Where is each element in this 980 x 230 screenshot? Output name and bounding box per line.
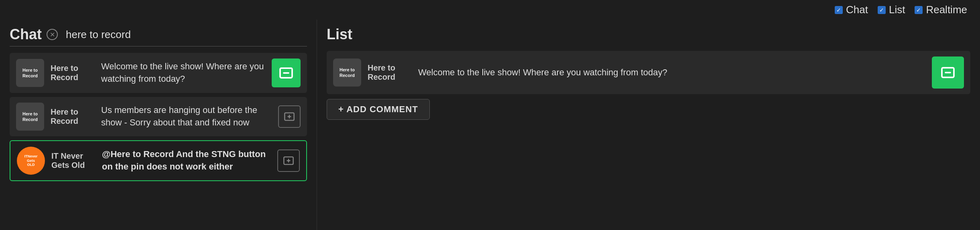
avatar-1: Here toRecord	[16, 59, 44, 87]
chat-message-3: ITNeverGetsOLD IT Never Gets Old @Here t…	[10, 140, 307, 181]
author-3: IT Never Gets Old	[51, 151, 96, 170]
message-text-2: Us members are hanging out before the sh…	[101, 104, 272, 129]
message-outline-btn-2[interactable]	[278, 105, 301, 128]
chat-panel: Chat ✕ Here toRecord Here to Record Welc…	[0, 20, 317, 230]
list-author-1: Here to Record	[368, 63, 412, 82]
chat-close-button[interactable]: ✕	[47, 29, 58, 40]
realtime-label: Realtime	[926, 4, 967, 16]
chat-checkbox[interactable]: ✓	[835, 6, 843, 14]
message-action-btn-1[interactable]	[272, 59, 301, 87]
list-panel: List Here toRecord Here to Record Welcom…	[317, 20, 980, 230]
list-action-btn-1[interactable]	[932, 56, 964, 89]
list-avatar-1: Here toRecord	[333, 59, 361, 87]
chat-header: Chat ✕	[10, 26, 307, 46]
top-bar-list[interactable]: ✓ List	[878, 4, 905, 16]
chat-label: Chat	[846, 4, 868, 16]
realtime-checkbox[interactable]: ✓	[915, 6, 923, 14]
main-content: Chat ✕ Here toRecord Here to Record Welc…	[0, 20, 980, 230]
message-outline-btn-3[interactable]	[277, 149, 300, 172]
chat-messages: Here toRecord Here to Record Welcome to …	[10, 53, 307, 181]
top-bar: ✓ Chat ✓ List ✓ Realtime	[822, 0, 980, 20]
list-label: List	[889, 4, 905, 16]
list-message-text-1: Welcome to the live show! Where are you …	[418, 67, 925, 79]
top-bar-chat[interactable]: ✓ Chat	[835, 4, 868, 16]
add-comment-button[interactable]: + ADD COMMENT	[327, 99, 430, 120]
list-checkbox[interactable]: ✓	[878, 6, 886, 14]
list-message-1: Here toRecord Here to Record Welcome to …	[327, 51, 970, 94]
chat-search-input[interactable]	[63, 27, 307, 42]
chat-message-2: Here toRecord Here to Record Us members …	[10, 97, 307, 136]
list-title: List	[327, 26, 970, 43]
message-text-1: Welcome to the live show! Where are you …	[101, 61, 265, 85]
message-text-3: @Here to Record And the STNG button on t…	[102, 148, 271, 173]
chat-title: Chat	[10, 26, 42, 43]
avatar-3: ITNeverGetsOLD	[17, 147, 45, 175]
top-bar-realtime[interactable]: ✓ Realtime	[915, 4, 967, 16]
author-2: Here to Record	[51, 107, 95, 126]
avatar-2: Here toRecord	[16, 103, 44, 131]
chat-message-1: Here toRecord Here to Record Welcome to …	[10, 53, 307, 93]
author-1: Here to Record	[51, 64, 95, 82]
